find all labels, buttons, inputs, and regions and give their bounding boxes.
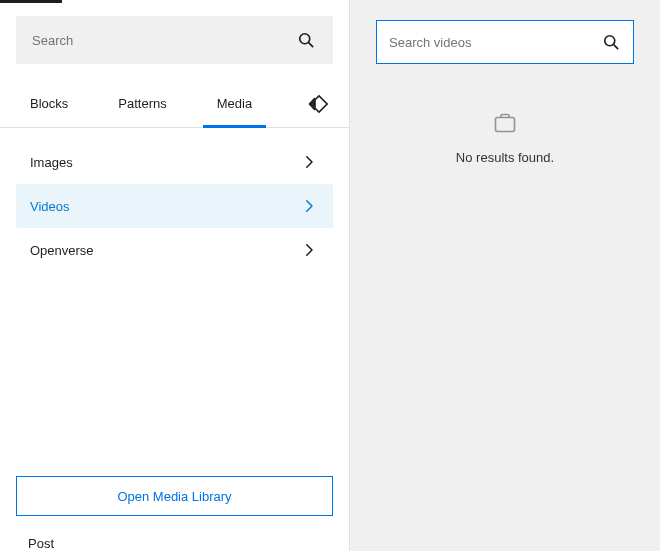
search-icon	[295, 29, 317, 51]
chevron-right-icon	[299, 240, 319, 260]
search-icon	[601, 32, 621, 52]
inserter-search[interactable]	[16, 16, 333, 64]
chevron-right-icon	[299, 152, 319, 172]
svg-point-3	[605, 36, 615, 46]
tab-media[interactable]: Media	[203, 80, 266, 127]
top-accent-bar	[0, 0, 62, 3]
media-category-list: Images Videos Openverse	[0, 128, 349, 284]
media-category-label: Videos	[30, 199, 70, 214]
empty-state: No results found.	[456, 112, 554, 165]
tab-blocks[interactable]: Blocks	[16, 80, 82, 127]
media-category-label: Images	[30, 155, 73, 170]
media-category-videos[interactable]: Videos	[16, 184, 333, 228]
media-search-input[interactable]	[389, 35, 601, 50]
svg-point-0	[300, 34, 310, 44]
empty-message: No results found.	[456, 150, 554, 165]
svg-line-1	[309, 43, 313, 47]
media-category-openverse[interactable]: Openverse	[16, 228, 333, 272]
media-results-panel: No results found.	[350, 0, 660, 551]
search-container	[0, 0, 349, 80]
inserter-panel: Blocks Patterns Media Images Videos Open	[0, 0, 350, 551]
media-empty-icon	[493, 112, 517, 134]
media-category-images[interactable]: Images	[16, 140, 333, 184]
media-search[interactable]	[376, 20, 634, 64]
tab-patterns[interactable]: Patterns	[104, 80, 180, 127]
open-media-library-button[interactable]: Open Media Library	[16, 476, 333, 516]
collapse-icon[interactable]	[307, 92, 331, 116]
media-category-label: Openverse	[30, 243, 94, 258]
svg-line-4	[614, 45, 618, 49]
post-label: Post	[0, 532, 349, 551]
inserter-search-input[interactable]	[32, 33, 295, 48]
chevron-right-icon	[299, 196, 319, 216]
svg-rect-5	[496, 118, 515, 132]
inserter-footer: Open Media Library	[0, 460, 349, 532]
inserter-tabs: Blocks Patterns Media	[0, 80, 349, 128]
